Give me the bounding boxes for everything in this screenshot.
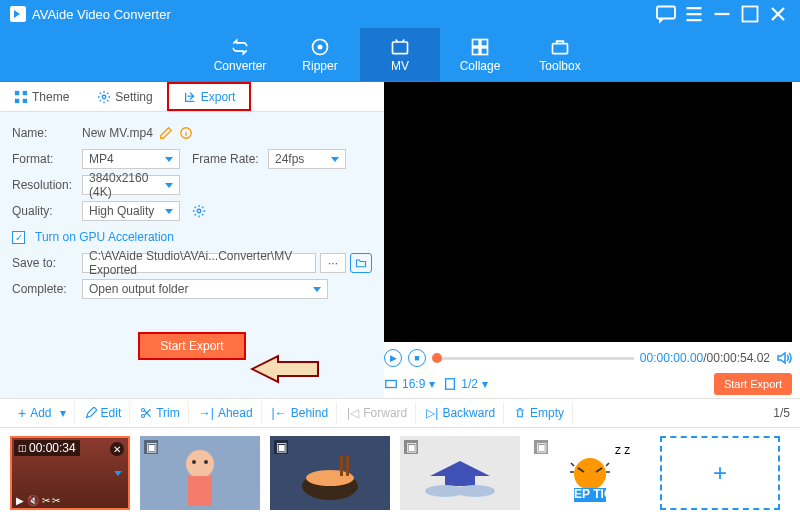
info-icon[interactable] [179,126,193,140]
clip-thumbnail[interactable]: ▣ [400,436,520,510]
svg-rect-12 [15,98,19,102]
name-label: Name: [12,126,76,140]
nav-mv[interactable]: MV [360,28,440,81]
svg-point-20 [142,409,145,412]
svg-text:z z: z z [615,443,630,457]
add-button[interactable]: +Add▾ [10,402,75,424]
trim-button[interactable]: Trim [132,402,189,424]
name-value: New MV.mp4 [82,126,153,140]
app-title: AVAide Video Converter [32,7,650,22]
tab-setting[interactable]: Setting [83,82,166,111]
app-logo [10,6,26,22]
gpu-checkbox[interactable] [12,231,25,244]
svg-rect-4 [393,42,408,54]
complete-label: Complete: [12,282,76,296]
svg-point-16 [197,209,201,213]
page-select[interactable]: 1/2▾ [443,377,488,391]
clip-thumbnail[interactable]: ▣z zSLEEP TIGHT [530,436,650,510]
clip-thumbnail[interactable]: ◫ 00:00:34 ✕ ▶ 🔇 ✂ ✂ [10,436,130,510]
svg-rect-7 [473,47,480,54]
svg-point-32 [574,458,606,490]
svg-text:SLEEP TIGHT: SLEEP TIGHT [551,487,630,501]
page-counter: 1/5 [773,406,790,420]
framerate-label: Frame Rate: [192,152,262,166]
backward-button[interactable]: ▷|Backward [418,402,504,424]
tab-theme[interactable]: Theme [0,82,83,111]
maximize-icon[interactable] [738,2,762,26]
empty-button[interactable]: Empty [506,402,573,424]
svg-rect-22 [188,476,212,506]
forward-button[interactable]: |◁Forward [339,402,416,424]
nav-toolbox[interactable]: Toolbox [520,28,600,81]
resolution-select[interactable]: 3840x2160 (4K) [82,175,180,195]
clip-tools: ▶ 🔇 ✂ ✂ [16,495,60,506]
resolution-label: Resolution: [12,178,76,192]
clip-thumbnail[interactable]: ▣ [270,436,390,510]
svg-rect-1 [743,7,758,22]
duration-badge: ◫ 00:00:34 [14,440,80,456]
svg-rect-6 [481,39,488,46]
svg-rect-13 [23,98,27,102]
video-preview [384,82,792,342]
saveto-path: C:\AVAide Studio\AVAi...Converter\MV Exp… [82,253,316,273]
svg-point-30 [455,485,495,497]
seek-slider[interactable] [432,357,634,360]
open-folder-button[interactable] [350,253,372,273]
play-button[interactable]: ▶ [384,349,402,367]
svg-rect-18 [446,379,455,390]
svg-rect-10 [15,90,19,94]
browse-button[interactable]: ··· [320,253,346,273]
stop-button[interactable]: ■ [408,349,426,367]
edit-button[interactable]: Edit [77,402,131,424]
svg-rect-0 [657,7,675,19]
svg-rect-9 [553,43,568,53]
quality-select[interactable]: High Quality [82,201,180,221]
behind-button[interactable]: |←Behind [264,402,338,424]
quality-gear-icon[interactable] [192,204,206,218]
svg-rect-5 [473,39,480,46]
close-icon[interactable] [766,2,790,26]
saveto-label: Save to: [12,256,76,270]
gpu-label: Turn on GPU Acceleration [35,230,174,244]
image-icon: ▣ [404,440,418,454]
svg-rect-27 [340,456,343,476]
svg-rect-28 [346,456,349,476]
tab-export[interactable]: Export [167,82,252,111]
nav-ripper[interactable]: Ripper [280,28,360,81]
edit-name-icon[interactable] [159,126,173,140]
image-icon: ▣ [144,440,158,454]
framerate-select[interactable]: 24fps [268,149,346,169]
minimize-icon[interactable] [710,2,734,26]
start-export-button[interactable]: Start Export [138,332,246,360]
nav-converter[interactable]: Converter [200,28,280,81]
svg-point-23 [192,460,196,464]
svg-point-24 [204,460,208,464]
quality-label: Quality: [12,204,76,218]
format-label: Format: [12,152,76,166]
time-display: 00:00:00.00/00:00:54.02 [640,351,770,365]
svg-rect-17 [386,381,397,388]
complete-select[interactable]: Open output folder [82,279,328,299]
add-clip-button[interactable]: + [660,436,780,510]
format-select[interactable]: MP4 [82,149,180,169]
aspect-select[interactable]: 16:9▾ [384,377,435,391]
export-button[interactable]: Start Export [714,373,792,395]
svg-point-19 [142,415,145,418]
remove-clip-icon[interactable]: ✕ [110,442,124,456]
volume-icon[interactable] [776,350,792,366]
nav-collage[interactable]: Collage [440,28,520,81]
image-icon: ▣ [534,440,548,454]
menu-icon[interactable] [682,2,706,26]
ahead-button[interactable]: →|Ahead [191,402,262,424]
image-icon: ▣ [274,440,288,454]
svg-point-3 [318,45,321,48]
svg-rect-11 [23,90,27,94]
svg-point-21 [186,450,214,478]
feedback-icon[interactable] [654,2,678,26]
svg-point-14 [103,95,107,99]
svg-rect-8 [481,47,488,54]
clip-thumbnail[interactable]: ▣ [140,436,260,510]
